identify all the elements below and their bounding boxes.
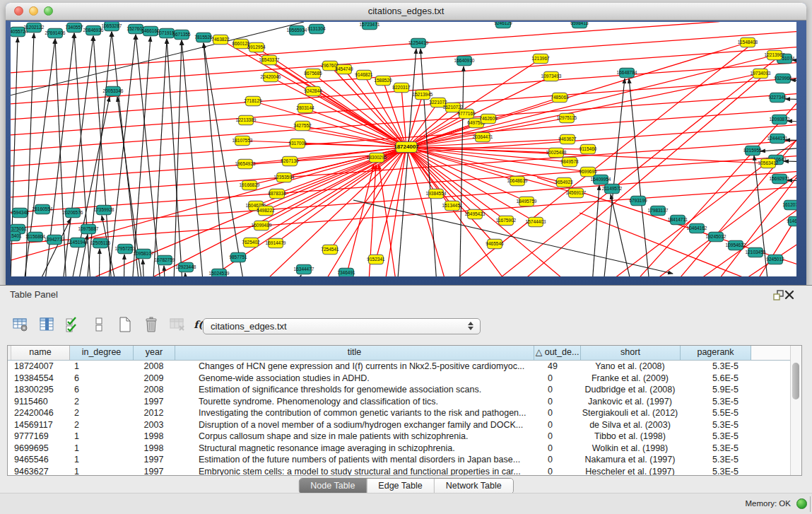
table-cell[interactable]: 1997 [133, 454, 175, 466]
table-cell[interactable]: Franke et al. (2009) [580, 373, 680, 385]
table-row[interactable]: 1872400712008Changes of HCN gene express… [8, 361, 801, 373]
table-cell[interactable]: Embryonic stem cells: a model to study s… [175, 466, 534, 477]
column-header-pagerank[interactable]: pagerank [681, 346, 751, 360]
column-header-title[interactable]: title [175, 346, 534, 360]
table-cell[interactable]: 5.3E-5 [680, 361, 751, 373]
tab-node-table[interactable]: Node Table [299, 479, 366, 493]
table-cell[interactable]: Tibbo et al. (1998) [580, 431, 680, 443]
table-cell[interactable]: Nakamura et al. (1997) [580, 454, 680, 466]
table-cell[interactable]: Structural magnetic resonance image aver… [175, 443, 534, 455]
table-cell[interactable]: 5.5E-5 [680, 407, 751, 419]
column-visibility-icon[interactable] [37, 315, 56, 334]
column-header-out-de-[interactable]: △ out_de... [534, 346, 581, 360]
table-mode-icon[interactable] [11, 315, 30, 334]
table-cell[interactable]: 2003 [133, 419, 175, 431]
table-cell[interactable]: 2 [69, 396, 133, 408]
table-cell[interactable]: 5.3E-5 [680, 443, 751, 455]
deselect-all-icon[interactable] [90, 315, 108, 334]
table-cell[interactable]: 1 [69, 454, 133, 466]
table-cell[interactable]: 1997 [133, 466, 175, 477]
table-cell[interactable]: 18300295 [11, 384, 69, 396]
table-cell[interactable]: de Silva et al. (2003) [580, 419, 680, 431]
table-row[interactable]: 1456911722003Disruption of a novel membe… [8, 419, 801, 431]
table-cell[interactable]: Genome-wide association studies in ADHD. [175, 373, 534, 385]
table-cell[interactable]: Jankovic et al. (1997) [580, 396, 680, 408]
table-cell[interactable]: 49 [534, 361, 580, 373]
table-cell[interactable]: 5.3E-5 [680, 454, 751, 466]
column-header-in-degree[interactable]: in_degree [70, 346, 134, 360]
table-cell[interactable]: 6 [69, 373, 133, 385]
table-cell[interactable]: 0 [534, 466, 580, 477]
table-cell[interactable]: 9777169 [11, 431, 69, 443]
create-column-icon[interactable] [116, 315, 134, 334]
table-cell[interactable]: Disruption of a novel member of a sodium… [175, 419, 534, 431]
table-cell[interactable]: 2 [69, 419, 133, 431]
table-cell[interactable]: 5.3E-5 [680, 419, 751, 431]
table-row[interactable]: 1830029562008Estimation of significance … [8, 384, 801, 396]
table-cell[interactable]: 0 [534, 396, 580, 408]
select-all-icon[interactable] [64, 315, 82, 334]
table-cell[interactable]: 5.6E-5 [680, 373, 751, 385]
table-cell[interactable]: Hescheler et al. (1997) [580, 466, 680, 477]
table-cell[interactable]: 1 [69, 431, 133, 443]
table-row[interactable]: 911546021997Tourette syndrome. Phenomeno… [8, 396, 801, 408]
float-panel-icon[interactable] [772, 288, 784, 301]
table-cell[interactable]: Estimation of significance thresholds fo… [175, 384, 534, 396]
table-cell[interactable]: 5.3E-5 [680, 431, 751, 443]
delete-column-icon[interactable] [142, 315, 160, 334]
column-header-name[interactable]: name [11, 346, 70, 360]
table-cell[interactable]: 19384554 [11, 373, 69, 385]
table-cell[interactable]: 1 [69, 443, 133, 455]
tab-network-table[interactable]: Network Table [434, 479, 513, 493]
table-cell[interactable]: 18724007 [11, 361, 69, 373]
table-cell[interactable]: 9463627 [11, 466, 69, 477]
table-cell[interactable]: 1 [69, 466, 133, 477]
table-row[interactable]: 946362711997Embryonic stem cells: a mode… [8, 466, 801, 477]
table-cell[interactable]: 2012 [133, 407, 175, 419]
tab-edge-table[interactable]: Edge Table [366, 479, 433, 493]
table-selector-dropdown[interactable]: citations_edges.txt [203, 318, 481, 334]
table-row[interactable]: 946554611997Estimation of the future num… [8, 454, 801, 466]
table-row[interactable]: 1938455462009Genome-wide association stu… [8, 373, 801, 385]
table-row[interactable]: 2242004622012Investigating the contribut… [8, 407, 801, 419]
close-panel-icon[interactable] [784, 288, 796, 301]
table-cell[interactable]: Estimation of the future numbers of pati… [175, 454, 534, 466]
table-cell[interactable]: 0 [534, 443, 580, 455]
table-cell[interactable]: Wolkin et al. (1998) [580, 443, 680, 455]
table-cell[interactable]: Yano et al. (2008) [580, 361, 680, 373]
column-header-year[interactable]: year [134, 346, 175, 360]
table-cell[interactable]: 5.9E-5 [680, 384, 751, 396]
table-cell[interactable]: 5.3E-5 [680, 466, 751, 477]
table-cell[interactable]: 2008 [133, 361, 175, 373]
table-row[interactable]: 977716911998Corpus callosum shape and si… [8, 431, 801, 443]
table-cell[interactable]: Dudbridge et al. (2008) [580, 384, 680, 396]
vertical-scrollbar[interactable] [790, 346, 801, 475]
table-cell[interactable]: 6 [69, 384, 133, 396]
table-cell[interactable]: 1998 [133, 443, 175, 455]
table-cell[interactable]: 9699695 [11, 443, 69, 455]
table-cell[interactable]: 1 [69, 361, 133, 373]
table-cell[interactable]: Stergiakouli et al. (2012) [580, 407, 680, 419]
table-cell[interactable]: 0 [534, 431, 580, 443]
table-cell[interactable]: 0 [534, 419, 580, 431]
table-row[interactable]: 969969511998Structural magnetic resonanc… [8, 443, 801, 455]
table-cell[interactable]: 9465546 [11, 454, 69, 466]
table-cell[interactable]: 2 [69, 407, 133, 419]
network-canvas[interactable]: 2405572431202122276914067340557208469361… [11, 22, 796, 276]
table-cell[interactable]: 5.3E-5 [680, 396, 751, 408]
table-cell[interactable]: 1998 [133, 431, 175, 443]
table-cell[interactable]: Corpus callosum shape and size in male p… [175, 431, 534, 443]
table-cell[interactable]: 9115460 [11, 396, 69, 408]
table-cell[interactable]: 0 [534, 407, 580, 419]
table-cell[interactable]: 14569117 [11, 419, 69, 431]
table-cell[interactable]: Tourette syndrome. Phenomenology and cla… [175, 396, 534, 408]
table-cell[interactable]: 0 [534, 454, 580, 466]
window-titlebar[interactable]: citations_edges.txt [6, 3, 806, 21]
table-cell[interactable]: 0 [534, 384, 580, 396]
memory-status-indicator[interactable] [796, 498, 807, 509]
column-header-short[interactable]: short [581, 346, 681, 360]
table-cell[interactable]: 0 [534, 373, 580, 385]
table-cell[interactable]: 2008 [133, 384, 175, 396]
table-cell[interactable]: Changes of HCN gene expression and I(f) … [175, 361, 534, 373]
table-cell[interactable]: 1997 [133, 396, 175, 408]
